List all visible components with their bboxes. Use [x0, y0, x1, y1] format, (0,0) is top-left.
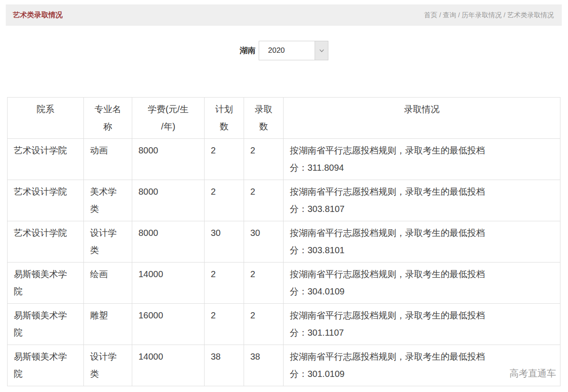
header-major: 专业名 称: [84, 98, 132, 139]
table-header-row: 院系 专业名 称 学费(元/生 /年) 计划 数 录取 数 录取情况: [8, 98, 560, 139]
cell-admitted: 2: [244, 263, 284, 304]
watermark: 高考直通车: [509, 367, 556, 380]
cell-major: 设计学 类: [84, 221, 132, 263]
cell-college: 艺术设计学院: [8, 180, 84, 221]
cell-tuition: 14000: [132, 263, 205, 304]
cell-major: 雕塑: [84, 304, 132, 345]
table-row: 易斯顿美术学 院 设计学 类 14000 38 38 按湖南省平行志愿投档规则，…: [8, 345, 560, 386]
cell-plan: 2: [205, 139, 244, 180]
cell-admitted: 30: [244, 221, 284, 263]
cell-plan: 2: [205, 180, 244, 221]
cell-tuition: 8000: [132, 139, 205, 180]
cell-major: 动画: [84, 139, 132, 180]
cell-major: 设计学 类: [84, 345, 132, 386]
page-title: 艺术类录取情况: [13, 11, 63, 20]
cell-plan: 38: [205, 345, 244, 386]
cell-college: 艺术设计学院: [8, 139, 84, 180]
title-bar: 艺术类录取情况 首页 / 查询 / 历年录取情况 / 艺术类录取情况: [6, 4, 562, 26]
cell-major: 美术学 类: [84, 180, 132, 221]
cell-tuition: 14000: [132, 345, 205, 386]
header-plan: 计划 数: [205, 98, 244, 139]
table-row: 艺术设计学院 动画 8000 2 2 按湖南省平行志愿投档规则，录取考生的最低投…: [8, 139, 560, 180]
year-select-value: 2020: [259, 41, 315, 60]
cell-detail: 按湖南省平行志愿投档规则，录取考生的最低投档 分：301.1107: [284, 304, 560, 345]
header-tuition: 学费(元/生 /年): [132, 98, 205, 139]
cell-plan: 2: [205, 304, 244, 345]
cell-detail: 按湖南省平行志愿投档规则，录取考生的最低投档 分：304.0109: [284, 263, 560, 304]
table-row: 艺术设计学院 美术学 类 8000 2 2 按湖南省平行志愿投档规则，录取考生的…: [8, 180, 560, 221]
cell-admitted: 38: [244, 345, 284, 386]
year-select[interactable]: 2020: [259, 41, 328, 60]
cell-college: 艺术设计学院: [8, 221, 84, 263]
cell-major: 绘画: [84, 263, 132, 304]
cell-tuition: 16000: [132, 304, 205, 345]
cell-detail: 按湖南省平行志愿投档规则，录取考生的最低投档 分：311.8094: [284, 139, 560, 180]
cell-detail: 按湖南省平行志愿投档规则，录取考生的最低投档 分：303.8101: [284, 221, 560, 263]
cell-plan: 30: [205, 221, 244, 263]
cell-admitted: 2: [244, 304, 284, 345]
province-label: 湖南: [240, 45, 256, 56]
cell-admitted: 2: [244, 180, 284, 221]
chevron-down-icon: [315, 41, 328, 60]
table-row: 易斯顿美术学 院 绘画 14000 2 2 按湖南省平行志愿投档规则，录取考生的…: [8, 263, 560, 304]
cell-detail: 按湖南省平行志愿投档规则，录取考生的最低投档 分：303.8107: [284, 180, 560, 221]
breadcrumb[interactable]: 首页 / 查询 / 历年录取情况 / 艺术类录取情况: [424, 11, 554, 20]
cell-plan: 2: [205, 263, 244, 304]
year-filter: 湖南 2020: [0, 41, 568, 60]
cell-detail: 按湖南省平行志愿投档规则，录取考生的最低投档 分：301.0109: [284, 345, 560, 386]
cell-tuition: 8000: [132, 180, 205, 221]
table-row: 易斯顿美术学 院 雕塑 16000 2 2 按湖南省平行志愿投档规则，录取考生的…: [8, 304, 560, 345]
header-college: 院系: [8, 98, 84, 139]
cell-college: 易斯顿美术学 院: [8, 304, 84, 345]
header-admitted: 录取 数: [244, 98, 284, 139]
table-row: 艺术设计学院 设计学 类 8000 30 30 按湖南省平行志愿投档规则，录取考…: [8, 221, 560, 263]
admission-table: 院系 专业名 称 学费(元/生 /年) 计划 数 录取 数 录取情况 艺术设计学…: [7, 97, 560, 386]
cell-admitted: 2: [244, 139, 284, 180]
cell-college: 易斯顿美术学 院: [8, 263, 84, 304]
cell-tuition: 8000: [132, 221, 205, 263]
header-detail: 录取情况: [284, 98, 560, 139]
cell-college: 易斯顿美术学 院: [8, 345, 84, 386]
